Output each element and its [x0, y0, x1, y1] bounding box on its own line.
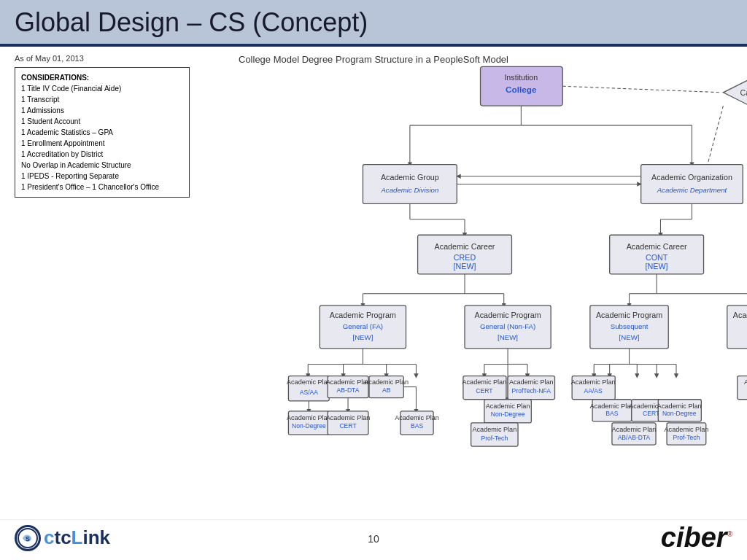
svg-text:[NEW]: [NEW] [352, 333, 373, 341]
svg-text:Academic Plan: Academic Plan [287, 378, 331, 386]
svg-text:Academic Plan: Academic Plan [395, 414, 439, 421]
slide-content: As of May 01, 2013 College Model Degree … [0, 47, 747, 556]
consideration-5: 1 Academic Statistics – GPA [21, 128, 113, 136]
svg-text:S: S [26, 535, 30, 542]
svg-text:Academic Program: Academic Program [330, 311, 396, 319]
svg-text:Academic Program: Academic Program [733, 311, 747, 319]
ciber-logo: ciber® [661, 522, 732, 553]
considerations-box: CONSIDERATIONS: 1 Title IV Code (Financi… [15, 67, 190, 198]
page-number: 10 [368, 533, 379, 545]
svg-text:Prof-Tech: Prof-Tech [673, 434, 700, 441]
svg-text:[NEW]: [NEW] [619, 333, 640, 341]
svg-text:CERT: CERT [643, 410, 660, 417]
consideration-9: 1 IPEDS - Reporting Separate [21, 172, 119, 180]
svg-text:Non-Degree: Non-Degree [292, 422, 326, 429]
svg-text:Academic Plan: Academic Plan [612, 426, 657, 433]
svg-text:AB: AB [382, 386, 391, 394]
svg-text:Academic Program: Academic Program [475, 311, 541, 319]
svg-text:CERT: CERT [339, 422, 357, 429]
svg-text:AS/AA: AS/AA [300, 389, 319, 396]
svg-text:[NEW]: [NEW] [646, 262, 668, 271]
ctclink-logo: S ctcLink [15, 525, 110, 551]
svg-text:Academic Plan: Academic Plan [472, 426, 516, 433]
ctclink-text: ctcLink [44, 526, 110, 549]
svg-text:BAS: BAS [605, 410, 618, 417]
svg-text:AA/AS: AA/AS [584, 387, 603, 394]
svg-text:CRED: CRED [454, 253, 476, 262]
considerations-heading: CONSIDERATIONS: [21, 74, 89, 82]
svg-text:Non-Degree: Non-Degree [662, 410, 697, 417]
svg-text:Academic Division: Academic Division [380, 186, 438, 194]
consideration-6: 1 Enrollment Appointment [21, 139, 105, 147]
svg-text:Academic Plan: Academic Plan [486, 402, 530, 410]
svg-text:Academic Plan: Academic Plan [590, 402, 635, 410]
svg-text:Academic Plan: Academic Plan [744, 378, 747, 386]
page-title: Global Design – CS (Concept) [15, 7, 732, 38]
consideration-3: 1 Admissions [21, 106, 64, 114]
svg-text:Academic Plan: Academic Plan [665, 426, 709, 433]
svg-text:Campus: Campus [740, 88, 747, 97]
svg-text:[NEW]: [NEW] [498, 333, 518, 341]
svg-text:Non-Degree: Non-Degree [491, 411, 525, 418]
svg-line-5 [562, 86, 721, 93]
svg-line-11 [708, 106, 723, 165]
consideration-1: 1 Title IV Code (Financial Aide) [21, 85, 121, 93]
svg-text:AB-DTA: AB-DTA [337, 386, 360, 394]
svg-text:Academic Plan: Academic Plan [571, 378, 616, 386]
svg-text:Academic Plan: Academic Plan [364, 378, 409, 386]
svg-rect-15 [641, 165, 743, 204]
svg-text:College: College [506, 85, 537, 95]
slide-header: Global Design – CS (Concept) [0, 0, 747, 47]
svg-text:Academic Department: Academic Department [657, 186, 728, 194]
svg-text:BAS: BAS [411, 422, 423, 429]
svg-text:Academic Plan: Academic Plan [287, 414, 331, 421]
svg-text:Academic Plan: Academic Plan [462, 378, 506, 386]
svg-text:Academic Plan: Academic Plan [326, 414, 371, 421]
svg-text:Subsequent: Subsequent [611, 322, 649, 330]
consideration-8: No Overlap in Academic Structure [21, 161, 131, 169]
svg-text:Academic Plan: Academic Plan [657, 402, 702, 410]
svg-text:General (FA): General (FA) [343, 322, 383, 330]
svg-text:AB/AB-DTA: AB/AB-DTA [618, 434, 651, 441]
svg-text:ProfTech-NFA: ProfTech-NFA [512, 387, 551, 394]
consideration-10: 1 President's Office – 1 Chancellor's Of… [21, 183, 159, 191]
svg-text:CONT: CONT [646, 253, 668, 262]
consideration-2: 1 Transcript [21, 96, 59, 104]
consideration-4: 1 Student Account [21, 117, 80, 125]
org-chart-svg: .node-rect { fill: #e8e8f0; stroke: #555… [197, 63, 747, 560]
svg-text:Prof-Tech: Prof-Tech [481, 435, 508, 442]
svg-text:[NEW]: [NEW] [454, 262, 476, 271]
svg-rect-12 [363, 165, 457, 204]
svg-text:Academic Program: Academic Program [596, 311, 662, 319]
svg-text:Academic Plan: Academic Plan [509, 378, 554, 386]
svg-text:Academic Career: Academic Career [627, 242, 687, 251]
svg-text:Academic Organization: Academic Organization [651, 173, 732, 182]
svg-text:Academic Career: Academic Career [435, 242, 495, 251]
svg-text:Institution: Institution [504, 73, 538, 82]
consideration-7: 1 Accreditation by District [21, 150, 103, 158]
svg-text:CERT: CERT [476, 387, 493, 394]
svg-text:Academic Group: Academic Group [381, 173, 439, 182]
svg-text:General (Non-FA): General (Non-FA) [480, 322, 535, 330]
slide-footer: S ctcLink 10 ciber® [0, 519, 747, 556]
